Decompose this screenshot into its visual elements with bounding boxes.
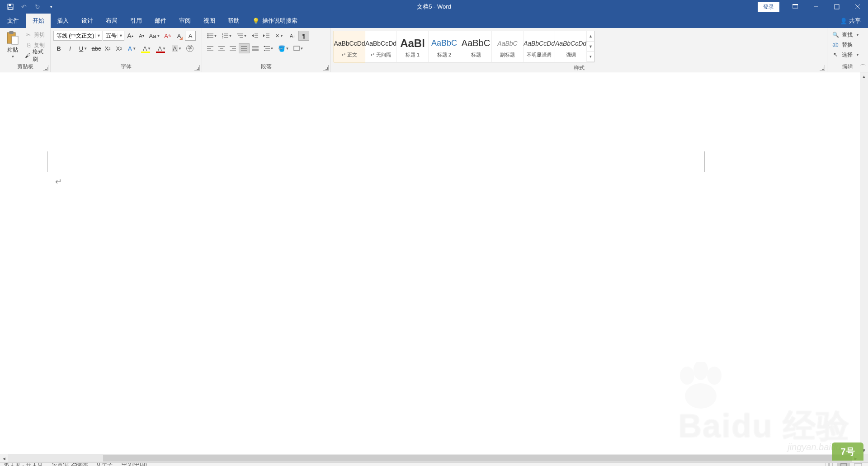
copy-button[interactable]: ⎘复制 xyxy=(24,40,47,50)
style-item-1[interactable]: AaBbCcDd↵ 无间隔 xyxy=(365,31,397,62)
format-painter-button[interactable]: 🖌格式刷 xyxy=(24,51,47,61)
asian-layout-button[interactable]: ✕▼ xyxy=(272,31,287,41)
highlight-button[interactable]: A▼ xyxy=(140,43,154,53)
collapse-ribbon-button[interactable]: ︿ xyxy=(860,60,866,68)
style-item-4[interactable]: AaBbC标题 xyxy=(460,31,492,62)
tab-view[interactable]: 视图 xyxy=(197,14,222,28)
scroll-left-button[interactable]: ◄ xyxy=(0,456,8,461)
italic-button[interactable]: I xyxy=(65,43,75,53)
enclose-characters-button[interactable]: 字 xyxy=(184,43,195,53)
bold-button[interactable]: B xyxy=(53,43,64,53)
ribbon-display-button[interactable] xyxy=(785,0,806,14)
subscript-button[interactable]: X2 xyxy=(102,43,113,53)
horizontal-scrollbar[interactable]: ◄ ► xyxy=(0,454,860,462)
scroll-up-button[interactable]: ▲ xyxy=(860,72,868,80)
tab-home[interactable]: 开始 xyxy=(26,14,51,28)
shading-button[interactable]: 🪣▼ xyxy=(276,43,291,53)
tell-me[interactable]: 💡 操作说明搜索 xyxy=(246,14,304,28)
phonetic-guide-button[interactable]: A✎ xyxy=(162,31,173,41)
tab-insert[interactable]: 插入 xyxy=(51,14,75,28)
gallery-down[interactable]: ▼ xyxy=(587,42,594,52)
bullets-button[interactable]: ▼ xyxy=(205,31,219,41)
change-case-button[interactable]: Aa▼ xyxy=(147,31,162,41)
align-center-button[interactable] xyxy=(216,43,227,53)
borders-button[interactable]: ▼ xyxy=(291,43,306,53)
close-button[interactable] xyxy=(847,0,868,14)
svg-marker-54 xyxy=(264,46,265,47)
show-marks-button[interactable]: ¶ xyxy=(298,31,309,41)
strikethrough-button[interactable]: abc xyxy=(91,43,102,53)
increase-indent-button[interactable] xyxy=(261,31,272,41)
vertical-scrollbar[interactable]: ▲ ▼ xyxy=(860,72,868,454)
styles-dialog-launcher[interactable] xyxy=(820,65,825,71)
distributed-button[interactable] xyxy=(250,43,261,53)
align-justify-button[interactable] xyxy=(239,43,250,53)
font-name-combo[interactable]: 等线 (中文正文)▼ xyxy=(53,31,102,41)
qat-customize-button[interactable]: ▾ xyxy=(44,0,58,14)
read-mode-button[interactable] xyxy=(823,462,835,466)
tab-file[interactable]: 文件 xyxy=(0,14,26,28)
font-dialog-launcher[interactable] xyxy=(194,65,200,71)
status-page[interactable]: 第 1 页，共 1 页 xyxy=(4,462,43,466)
share-label: 共享 xyxy=(849,17,861,25)
tab-references[interactable]: 引用 xyxy=(124,14,148,28)
select-button[interactable]: ↖选择▼ xyxy=(830,50,861,60)
character-shading-button[interactable]: A▼ xyxy=(170,43,184,53)
text-effects-button[interactable]: A▼ xyxy=(125,43,139,53)
group-label-font: 字体 xyxy=(51,63,202,72)
login-button[interactable]: 登录 xyxy=(758,2,779,12)
sort-button[interactable]: A↓ xyxy=(287,31,298,41)
style-item-7[interactable]: AaBbCcDd强调 xyxy=(555,31,587,62)
underline-button[interactable]: U▼ xyxy=(76,43,90,53)
tab-layout[interactable]: 布局 xyxy=(99,14,124,28)
replace-button[interactable]: ab替换 xyxy=(830,40,854,50)
document-area[interactable]: ↵ xyxy=(0,72,860,454)
share-button[interactable]: 👤 共享 xyxy=(833,14,868,28)
align-left-button[interactable] xyxy=(205,43,216,53)
clear-formatting-button[interactable]: A◢ xyxy=(174,31,184,41)
web-layout-button[interactable] xyxy=(852,462,864,466)
superscript-button[interactable]: X2 xyxy=(113,43,124,53)
style-item-2[interactable]: AaBl标题 1 xyxy=(397,31,429,62)
cut-button[interactable]: ✂剪切 xyxy=(24,30,47,40)
print-layout-button[interactable] xyxy=(837,462,850,466)
font-size-combo[interactable]: 五号▼ xyxy=(103,31,124,41)
style-item-6[interactable]: AaBbCcDd不明显强调 xyxy=(524,31,555,62)
hscroll-thumb[interactable] xyxy=(103,455,852,461)
multilevel-list-button[interactable]: ▼ xyxy=(235,31,249,41)
clipboard-dialog-launcher[interactable] xyxy=(43,65,48,71)
gallery-up[interactable]: ▲ xyxy=(587,31,594,42)
chevron-down-icon[interactable]: ▼ xyxy=(95,33,102,38)
styles-gallery-more[interactable]: ▲▼▾ xyxy=(587,31,594,62)
shrink-font-button[interactable]: A▾ xyxy=(136,31,147,41)
find-button[interactable]: 🔍查找▼ xyxy=(830,30,861,40)
status-position[interactable]: 位置值: 25毫米 xyxy=(52,462,88,466)
paragraph-dialog-launcher[interactable] xyxy=(323,65,329,71)
character-border-button[interactable]: A xyxy=(185,31,196,41)
gallery-expand[interactable]: ▾ xyxy=(587,52,594,62)
tab-design[interactable]: 设计 xyxy=(75,14,99,28)
status-language[interactable]: 中文(中国) xyxy=(122,462,147,466)
tab-mailings[interactable]: 邮件 xyxy=(148,14,173,28)
style-item-5[interactable]: AaBbC副标题 xyxy=(492,31,524,62)
line-spacing-button[interactable]: ▼ xyxy=(261,43,276,53)
style-preview: AaBbC xyxy=(497,35,517,52)
hscroll-track[interactable] xyxy=(8,454,852,462)
tab-review[interactable]: 审阅 xyxy=(173,14,197,28)
numbering-button[interactable]: 123▼ xyxy=(220,31,234,41)
tab-help[interactable]: 帮助 xyxy=(222,14,246,28)
font-color-button[interactable]: A▼ xyxy=(155,43,169,53)
chevron-down-icon[interactable]: ▼ xyxy=(118,33,124,38)
style-item-0[interactable]: AaBbCcDd↵ 正文 xyxy=(334,31,365,62)
grow-font-button[interactable]: A▴ xyxy=(125,31,136,41)
paste-button[interactable]: 粘贴 ▼ xyxy=(3,30,23,60)
align-right-button[interactable] xyxy=(227,43,238,53)
decrease-indent-button[interactable] xyxy=(250,31,260,41)
redo-button[interactable]: ↻ xyxy=(31,0,44,14)
save-button[interactable] xyxy=(4,0,17,14)
status-words[interactable]: 0 个字 xyxy=(97,462,113,466)
minimize-button[interactable] xyxy=(806,0,826,14)
undo-button[interactable]: ↶ xyxy=(17,0,31,14)
maximize-button[interactable] xyxy=(826,0,847,14)
style-item-3[interactable]: AaBbC标题 2 xyxy=(429,31,460,62)
